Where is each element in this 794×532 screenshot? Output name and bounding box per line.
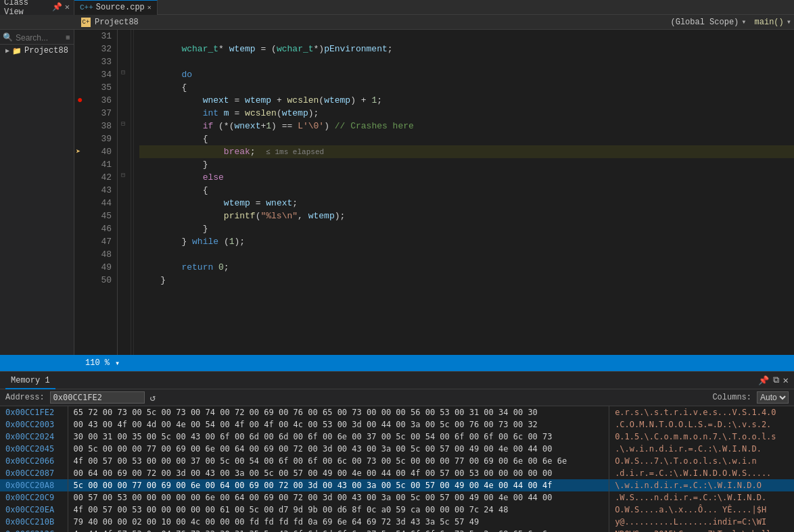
breakpoint-indicator[interactable]: ● [74, 94, 89, 107]
panel-close-icon[interactable]: ✕ [783, 374, 789, 386]
memory-row[interactable]: 0x00CC212C4e 44 4f 57 53 0a 04 76 73 32 … [0, 528, 794, 532]
zoom-dropdown-icon[interactable]: ▾ [115, 358, 120, 368]
code-line-32: wchar_t* wtemp = (wchar_t*)pEnvironment; [139, 43, 794, 55]
gutter: ● ➤ [74, 30, 89, 355]
code-line-49: return 0; [139, 261, 794, 274]
line-num-35: 35 [89, 81, 112, 94]
columns-select[interactable]: Auto 8 16 32 [757, 391, 789, 404]
breadcrumb-icon: C+ [81, 18, 91, 27]
class-view-close-icon[interactable]: ✕ [65, 2, 70, 12]
mem-address-cell: 0x00CC1FE2 [0, 406, 68, 418]
code-content[interactable]: wchar_t* wtemp = (wchar_t*)pEnvironment;… [134, 30, 794, 355]
mem-bytes-cell: 00 5c 00 00 00 77 00 69 00 6e 00 64 00 6… [68, 443, 609, 455]
tab-source-cpp[interactable]: C++ Source.cpp ✕ [74, 0, 158, 15]
memory-row[interactable]: 0x00CC208700 64 00 69 00 72 00 3d 00 43 … [0, 467, 794, 479]
line-num-46: 46 [89, 222, 112, 235]
line-num-42: 42 [89, 171, 112, 184]
line-num-43: 43 [89, 184, 112, 197]
columns-label: Columns: [712, 393, 751, 402]
memory-row[interactable]: 0x00CC20C900 57 00 53 00 00 00 00 00 6e … [0, 491, 794, 504]
mem-text-cell: \.w.i.n.d.i.r.=.C.:\.W.I.N.D.O [609, 479, 794, 491]
memory-row[interactable]: 0x00CC1FE265 72 00 73 00 5c 00 73 00 74 … [0, 406, 794, 418]
memory-row[interactable]: 0x00CC202430 00 31 00 35 00 5c 00 43 00 … [0, 431, 794, 443]
mem-bytes-cell: 00 57 00 53 00 00 00 00 00 6e 00 64 00 6… [68, 491, 609, 504]
address-label: Address: [5, 393, 45, 402]
mem-text-cell: .d.i.r.=.C.:\.W.I.N.D.O.W.S..... [609, 467, 794, 479]
mem-text-cell: O.W.S....a.\.x...Ô... YÊ....|$H [609, 504, 794, 516]
code-line-47: } while (1); [139, 235, 794, 248]
func-dropdown[interactable]: main() [755, 18, 784, 27]
scope-selector[interactable]: (Global Scope) ▾ main() ▾ [670, 17, 791, 27]
mem-address-cell: 0x00CC2066 [0, 455, 68, 467]
sidebar: 🔍 ≡ ▶ 📁 Project88 [0, 30, 74, 355]
fold-icon-42[interactable]: ⊟ [118, 171, 129, 184]
line-num-32: 32 [89, 43, 112, 55]
memory-panel-tab[interactable]: Memory 1 [5, 372, 55, 389]
mem-address-cell: 0x00CC20A8 [0, 479, 68, 491]
fold-icon-38[interactable]: ⊟ [118, 120, 129, 132]
line-num-39: 39 [89, 132, 112, 145]
line-num-45: 45 [89, 210, 112, 222]
fold-icon-34[interactable]: ⊟ [118, 68, 129, 81]
tab-close-icon[interactable]: ✕ [147, 3, 151, 11]
code-line-44: wtemp = wnext; [139, 197, 794, 210]
memory-row[interactable]: 0x00CC204500 5c 00 00 00 77 00 69 00 6e … [0, 443, 794, 455]
main-layout: 🔍 ≡ ▶ 📁 Project88 ● [0, 30, 794, 355]
search-input[interactable] [16, 33, 63, 43]
current-line-indicator: ➤ [74, 145, 89, 158]
line-num-50: 50 [89, 274, 112, 287]
mem-text-cell: 0.1.5.\.C.o.m.m.o.n.7.\.T.o.o.l.s [609, 431, 794, 443]
mem-address-cell: 0x00CC20C9 [0, 491, 68, 504]
project-icon: 📁 [12, 47, 22, 55]
code-line-41: } [139, 158, 794, 171]
line-num-31: 31 [89, 30, 112, 43]
code-line-48 [139, 248, 794, 261]
mem-address-cell: 0x00CC212C [0, 528, 68, 532]
mem-bytes-cell: 00 43 00 4f 00 4d 00 4e 00 54 00 4f 00 4… [68, 418, 609, 431]
code-line-33 [139, 55, 794, 68]
breadcrumb-bar: C+ Project88 (Global Scope) ▾ main() ▾ [0, 15, 794, 30]
line-num-49: 49 [89, 261, 112, 274]
memory-row[interactable]: 0x00CC20EA4f 00 57 00 53 00 00 00 00 00 … [0, 504, 794, 516]
code-line-31 [139, 30, 794, 43]
mem-bytes-cell: 65 72 00 73 00 5c 00 73 00 74 00 72 00 6… [68, 406, 609, 418]
mem-text-cell: y@..........L.......indir=C:\WI [609, 516, 794, 528]
mem-bytes-cell: 4e 44 4f 57 53 0a 04 76 73 32 30 31 35 5… [68, 528, 609, 532]
memory-row[interactable]: 0x00CC200300 43 00 4f 00 4d 00 4e 00 54 … [0, 418, 794, 431]
line-num-40: 40 [89, 145, 112, 158]
memory-table-container[interactable]: 0x00CC1FE265 72 00 73 00 5c 00 73 00 74 … [0, 406, 794, 532]
mem-text-cell: e.r.s.\.s.t.r.i.v.e.s...V.S.1.4.0 [609, 406, 794, 418]
code-container: ● ➤ 31 32 [74, 30, 794, 355]
tab-label: Source.cpp [96, 3, 145, 12]
line-num-36: 36 [89, 94, 112, 107]
memory-row[interactable]: 0x00CC20A85c 00 00 00 77 00 69 00 6e 00 … [0, 479, 794, 491]
search-options-icon[interactable]: ≡ [66, 34, 70, 42]
mem-address-cell: 0x00CC210B [0, 516, 68, 528]
search-icon: 🔍 [3, 32, 13, 43]
memory-panel: Memory 1 📌 ⧉ ✕ Address: ↺ Columns: Auto … [0, 371, 794, 532]
mem-text-cell: NDOWS.vs2015\Common7\Tools\.hell [609, 528, 794, 532]
func-chevron-icon[interactable]: ▾ [787, 17, 791, 27]
editor-area[interactable]: ● ➤ 31 32 [74, 30, 794, 355]
zoom-level[interactable]: 110 % [85, 358, 110, 368]
class-view-pin-icon[interactable]: 📌 [52, 2, 62, 12]
mem-bytes-cell: 79 40 00 00 02 00 10 00 4c 00 00 00 fd f… [68, 516, 609, 528]
scope-dropdown[interactable]: (Global Scope) [670, 18, 739, 27]
mem-bytes-cell: 4f 00 57 00 53 00 00 00 37 00 5c 00 54 0… [68, 455, 609, 467]
memory-row[interactable]: 0x00CC210B79 40 00 00 02 00 10 00 4c 00 … [0, 516, 794, 528]
project-label[interactable]: Project88 [24, 46, 68, 55]
line-num-48: 48 [89, 248, 112, 261]
sidebar-item-project88[interactable]: ▶ 📁 Project88 [0, 45, 74, 57]
scope-chevron-icon[interactable]: ▾ [741, 17, 746, 27]
search-bar[interactable]: 🔍 ≡ [0, 31, 74, 45]
line-num-47: 47 [89, 235, 112, 248]
breakpoint-icon: ● [77, 95, 83, 105]
refresh-icon[interactable]: ↺ [150, 392, 156, 404]
address-input[interactable] [50, 391, 145, 404]
code-line-46: } [139, 222, 794, 235]
mem-address-cell: 0x00CC2045 [0, 443, 68, 455]
panel-float-icon[interactable]: ⧉ [773, 375, 779, 385]
memory-row[interactable]: 0x00CC20664f 00 57 00 53 00 00 00 37 00 … [0, 455, 794, 467]
breadcrumb-project[interactable]: Project88 [95, 18, 139, 27]
panel-pin-icon[interactable]: 📌 [758, 375, 769, 386]
